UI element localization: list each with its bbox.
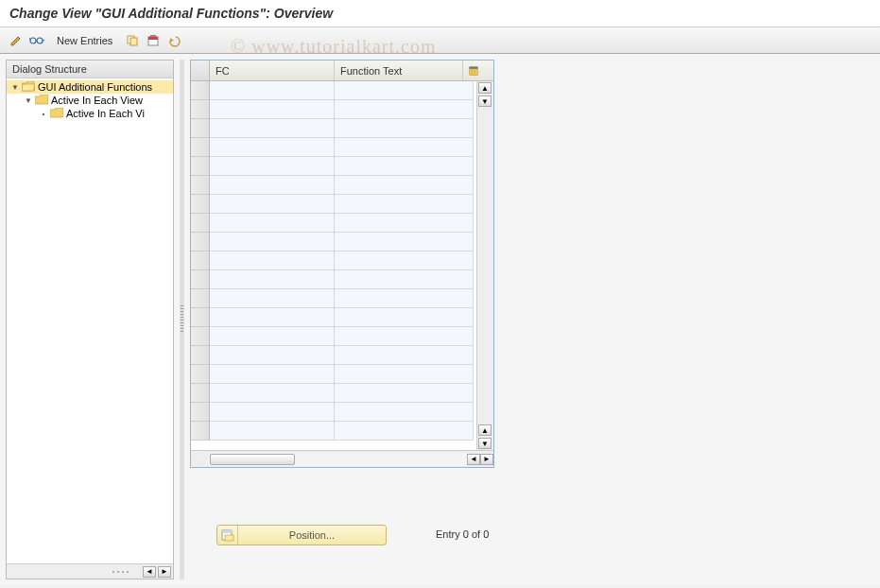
row-selector[interactable] — [191, 214, 210, 233]
row-selector[interactable] — [191, 100, 210, 119]
cell-function-text[interactable] — [335, 308, 474, 327]
scroll-up-icon[interactable]: ▲ — [478, 82, 492, 94]
scroll-up-step-icon[interactable]: ▲ — [478, 424, 492, 436]
table-row[interactable] — [191, 422, 476, 441]
scroll-right-icon[interactable]: ► — [158, 566, 171, 578]
cell-function-text[interactable] — [335, 81, 474, 100]
drag-handle-icon[interactable] — [103, 569, 141, 575]
table-row[interactable] — [191, 270, 476, 289]
undo-icon[interactable] — [165, 32, 182, 49]
delete-icon[interactable] — [145, 32, 162, 49]
table-row[interactable] — [191, 327, 476, 346]
cell-fc[interactable] — [210, 384, 335, 403]
row-selector[interactable] — [191, 251, 210, 270]
row-selector[interactable] — [191, 308, 210, 327]
cell-fc[interactable] — [210, 251, 335, 270]
row-selector[interactable] — [191, 138, 210, 157]
scroll-down-step-icon[interactable]: ▼ — [478, 95, 492, 107]
row-selector[interactable] — [191, 365, 210, 384]
row-selector[interactable] — [191, 176, 210, 195]
table-row[interactable] — [191, 100, 476, 119]
cell-function-text[interactable] — [335, 403, 474, 422]
cell-function-text[interactable] — [335, 176, 474, 195]
cell-fc[interactable] — [210, 100, 335, 119]
grid-config-button[interactable] — [463, 61, 484, 80]
cell-fc[interactable] — [210, 270, 335, 289]
row-selector[interactable] — [191, 119, 210, 138]
cell-function-text[interactable] — [335, 365, 474, 384]
table-row[interactable] — [191, 289, 476, 308]
tree-toggle-icon[interactable]: ▼ — [24, 95, 33, 105]
cell-function-text[interactable] — [335, 100, 474, 119]
cell-function-text[interactable] — [335, 138, 474, 157]
cell-fc[interactable] — [210, 233, 335, 251]
cell-function-text[interactable] — [335, 289, 474, 308]
table-row[interactable] — [191, 176, 476, 195]
table-row[interactable] — [191, 233, 476, 251]
cell-fc[interactable] — [210, 119, 335, 138]
cell-function-text[interactable] — [335, 157, 474, 176]
table-row[interactable] — [191, 119, 476, 138]
row-selector[interactable] — [191, 289, 210, 308]
column-header-fc[interactable]: FC — [210, 61, 335, 80]
row-selector[interactable] — [191, 422, 210, 441]
tree-toggle-icon[interactable]: ▼ — [10, 82, 20, 92]
cell-fc[interactable] — [210, 157, 335, 176]
cell-function-text[interactable] — [335, 119, 474, 138]
new-entries-button[interactable]: New Entries — [49, 33, 120, 48]
row-selector[interactable] — [191, 157, 210, 176]
position-button[interactable]: Position... — [216, 525, 387, 545]
cell-function-text[interactable] — [335, 251, 474, 270]
scroll-left-icon[interactable]: ◄ — [143, 566, 156, 578]
cell-fc[interactable] — [210, 176, 335, 195]
row-selector[interactable] — [191, 384, 210, 403]
scroll-right-icon[interactable]: ► — [480, 454, 493, 465]
cell-fc[interactable] — [210, 327, 335, 346]
row-selector[interactable] — [191, 346, 210, 365]
table-row[interactable] — [191, 365, 476, 384]
cell-function-text[interactable] — [335, 195, 474, 214]
cell-fc[interactable] — [210, 214, 335, 233]
cell-function-text[interactable] — [335, 327, 474, 346]
cell-fc[interactable] — [210, 81, 335, 100]
cell-function-text[interactable] — [335, 214, 474, 233]
cell-function-text[interactable] — [335, 422, 474, 441]
table-row[interactable] — [191, 346, 476, 365]
cell-fc[interactable] — [210, 403, 335, 422]
table-row[interactable] — [191, 157, 476, 176]
cell-fc[interactable] — [210, 138, 335, 157]
row-selector-header[interactable] — [191, 61, 210, 80]
table-row[interactable] — [191, 403, 476, 422]
table-row[interactable] — [191, 251, 476, 270]
scroll-left-icon[interactable]: ◄ — [467, 454, 480, 465]
row-selector[interactable] — [191, 327, 210, 346]
cell-fc[interactable] — [210, 289, 335, 308]
row-selector[interactable] — [191, 270, 210, 289]
edit-icon[interactable] — [8, 32, 25, 49]
cell-fc[interactable] — [210, 422, 335, 441]
row-selector[interactable] — [191, 233, 210, 251]
cell-fc[interactable] — [210, 346, 335, 365]
cell-fc[interactable] — [210, 195, 335, 214]
cell-function-text[interactable] — [335, 384, 474, 403]
tree-node-gui-additional-functions[interactable]: ▼ GUI Additional Functions — [7, 80, 173, 94]
table-row[interactable] — [191, 81, 476, 100]
row-selector[interactable] — [191, 81, 210, 100]
table-row[interactable] — [191, 214, 476, 233]
copy-icon[interactable] — [124, 32, 141, 49]
cell-fc[interactable] — [210, 365, 335, 384]
hscroll-track[interactable] — [208, 453, 467, 466]
column-header-function-text[interactable]: Function Text — [335, 61, 463, 80]
table-row[interactable] — [191, 195, 476, 214]
grid-vscroll[interactable]: ▲ ▼ ▲ ▼ — [476, 81, 493, 450]
row-selector[interactable] — [191, 195, 210, 214]
cell-function-text[interactable] — [335, 233, 474, 251]
hscroll-thumb[interactable] — [210, 454, 295, 465]
tree-node-active-each-view-child[interactable]: • Active In Each Vi — [7, 107, 173, 120]
tree-node-active-each-view[interactable]: ▼ Active In Each View — [7, 94, 173, 107]
cell-function-text[interactable] — [335, 346, 474, 365]
grid-hscroll[interactable]: ◄ ► — [191, 450, 493, 467]
table-row[interactable] — [191, 308, 476, 327]
cell-function-text[interactable] — [335, 270, 474, 289]
dialog-structure-hscroll[interactable]: ◄ ► — [7, 563, 173, 579]
